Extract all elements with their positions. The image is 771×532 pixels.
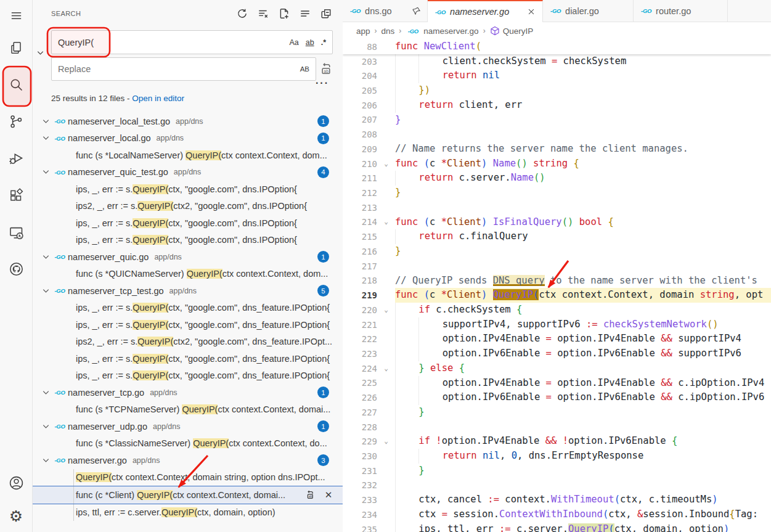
- code-line[interactable]: 205}): [343, 83, 771, 98]
- code-line[interactable]: 228: [343, 420, 771, 435]
- search-result-match-row[interactable]: ips, _, err := s.QueryIP(ctx, "google.co…: [33, 316, 343, 334]
- remote-explorer-icon[interactable]: [2, 215, 30, 250]
- code-line[interactable]: 232: [343, 478, 771, 493]
- pin-icon[interactable]: [411, 6, 421, 16]
- search-result-match-row[interactable]: ips, _, err := s.QueryIP(ctx, "google.co…: [33, 300, 343, 317]
- code-line[interactable]: 208: [343, 127, 771, 142]
- code-line[interactable]: 221supportIPv4, supportIPv6 := checkSyst…: [343, 317, 771, 332]
- search-result-match-row[interactable]: ips, _, err := s.QueryIP(ctx, "google.co…: [33, 215, 343, 232]
- code-line[interactable]: 212}: [343, 186, 771, 200]
- code-line[interactable]: 229⌄if !option.IPv4Enable && !option.IPv…: [343, 434, 771, 449]
- fold-chevron-icon[interactable]: ⌄: [377, 366, 395, 372]
- search-result-match-row[interactable]: ips2, _, err := s.QueryIP(ctx2, "google.…: [33, 334, 343, 351]
- editor-tab-router-go[interactable]: GOrouter.go: [634, 0, 728, 22]
- code-line[interactable]: 231}: [343, 464, 771, 478]
- preserve-case-icon[interactable]: AB: [300, 65, 309, 73]
- whole-word-icon[interactable]: ab: [306, 38, 314, 47]
- chevron-down-icon[interactable]: [41, 167, 52, 177]
- search-result-file-row[interactable]: GOnameserver.goapp/dns3: [33, 452, 343, 469]
- chevron-down-icon[interactable]: [41, 422, 52, 432]
- view-as-list-icon[interactable]: [299, 8, 311, 20]
- collapse-all-icon[interactable]: [320, 8, 332, 20]
- code-line[interactable]: 203client.checkSystem = checkSystem: [343, 54, 771, 69]
- fold-chevron-icon[interactable]: ⌄: [377, 161, 395, 167]
- open-new-search-editor-icon[interactable]: [278, 8, 290, 20]
- settings-gear-icon[interactable]: ⚙: [2, 500, 30, 532]
- code-line[interactable]: 224⌄} else {: [343, 361, 771, 376]
- code-line[interactable]: 227}: [343, 405, 771, 420]
- code-line[interactable]: 225option.IPv4Enable = option.IPv4Enable…: [343, 376, 771, 391]
- menu-icon[interactable]: [2, 0, 30, 31]
- code-line[interactable]: 204return nil: [343, 68, 771, 83]
- code-line[interactable]: 234ctx = session.ContextWithInbound(ctx,…: [343, 507, 771, 522]
- chevron-down-icon[interactable]: [41, 117, 52, 126]
- search-input[interactable]: [52, 38, 289, 47]
- editor-tab-nameserver-go[interactable]: GOnameserver.go: [428, 0, 543, 22]
- search-result-match-row[interactable]: func (s *TCPNameServer) QueryIP(ctx cont…: [33, 401, 343, 419]
- sticky-scroll-line[interactable]: 88func NewClient(: [343, 39, 771, 54]
- editor-tab-dialer-go[interactable]: GOdialer.go: [543, 0, 634, 22]
- code-line[interactable]: 210⌄func (c *Client) Name() string {: [343, 157, 771, 171]
- search-result-match-row[interactable]: func (s *ClassicNameServer) QueryIP(ctx …: [33, 435, 343, 452]
- replace-all-icon[interactable]: ab: [320, 62, 333, 75]
- code-line[interactable]: 219func (c *Client) QueryIP(ctx context.…: [343, 288, 771, 303]
- search-result-file-row[interactable]: GOnameserver_tcp_test.goapp/dns5: [33, 282, 343, 300]
- breadcrumb-item-nameserver-go[interactable]: GOnameserver.go: [406, 27, 478, 36]
- search-result-match-row[interactable]: ips, _, err := s.QueryIP(ctx, "google.co…: [33, 232, 343, 249]
- code-line[interactable]: 222option.IPv4Enable = option.IPv4Enable…: [343, 332, 771, 346]
- search-result-match-row[interactable]: func (s *QUICNameServer) QueryIP(ctx con…: [33, 266, 343, 283]
- breadcrumb-item-dns[interactable]: dns: [381, 27, 395, 36]
- breadcrumb-item-app[interactable]: app: [356, 27, 370, 36]
- extensions-icon[interactable]: [2, 176, 30, 215]
- clear-search-results-icon[interactable]: [257, 8, 269, 20]
- search-result-match-row[interactable]: QueryIP(ctx context.Context, domain stri…: [33, 469, 343, 486]
- search-result-file-row[interactable]: GOnameserver_quic.goapp/dns1: [33, 248, 343, 266]
- source-control-icon[interactable]: [2, 104, 30, 139]
- match-case-icon[interactable]: Aa: [289, 38, 298, 47]
- chevron-down-icon[interactable]: [41, 252, 52, 262]
- code-line[interactable]: 218// QueryIP sends DNS query to the nam…: [343, 274, 771, 289]
- github-icon[interactable]: [2, 250, 30, 287]
- code-line[interactable]: 217: [343, 259, 771, 274]
- chevron-down-icon[interactable]: [41, 133, 52, 143]
- close-icon[interactable]: [526, 7, 536, 17]
- toggle-replace-chevron-icon[interactable]: [36, 48, 46, 58]
- code-line[interactable]: 206return client, err: [343, 98, 771, 113]
- search-result-file-row[interactable]: GOnameserver_udp.goapp/dns1: [33, 418, 343, 435]
- code-line[interactable]: 209// Name returns the server name the c…: [343, 142, 771, 157]
- account-icon[interactable]: [2, 465, 30, 500]
- search-result-file-row[interactable]: GOnameserver_tcp.goapp/dns1: [33, 384, 343, 401]
- fold-chevron-icon[interactable]: ⌄: [377, 307, 395, 313]
- fold-chevron-icon[interactable]: ⌄: [377, 219, 395, 225]
- code-line[interactable]: 211return c.server.Name(): [343, 171, 771, 186]
- chevron-down-icon[interactable]: [41, 286, 52, 296]
- search-result-match-row[interactable]: ips2, _, err := s.QueryIP(ctx2, "google.…: [33, 198, 343, 215]
- refresh-icon[interactable]: [236, 8, 248, 20]
- toggle-search-details-icon[interactable]: ···: [316, 78, 329, 89]
- search-result-file-row[interactable]: GOnameserver_local.goapp/dns1: [33, 130, 343, 147]
- search-result-match-row[interactable]: ips, _, err := s.QueryIP(ctx, "google.co…: [33, 367, 343, 385]
- search-result-match-row[interactable]: ips, _, err := s.QueryIP(ctx, "google.co…: [33, 350, 343, 367]
- dismiss-icon[interactable]: ✕: [323, 489, 334, 501]
- code-line[interactable]: 230return nil, 0, dns.ErrEmptyResponse: [343, 449, 771, 464]
- code-line[interactable]: 214⌄func (c *Client) IsFinalQuery() bool…: [343, 215, 771, 230]
- run-debug-icon[interactable]: [2, 139, 30, 176]
- editor-tab-dns-go[interactable]: GOdns.go: [343, 0, 428, 22]
- search-result-file-row[interactable]: GOnameserver_quic_test.goapp/dns4: [33, 164, 343, 181]
- regex-icon[interactable]: .*: [321, 38, 326, 47]
- search-icon[interactable]: [2, 65, 30, 104]
- code-editor[interactable]: 88func NewClient( 203client.checkSystem …: [343, 39, 771, 532]
- replace-icon[interactable]: ab: [304, 489, 316, 501]
- search-result-match-row[interactable]: ips, ttl, err := c.server.QueryIP(ctx, d…: [33, 504, 343, 522]
- open-in-editor-link[interactable]: Open in editor: [132, 94, 184, 103]
- code-line[interactable]: 233ctx, cancel := context.WithTimeout(ct…: [343, 493, 771, 507]
- code-line[interactable]: 213: [343, 200, 771, 215]
- search-result-match-row-selected[interactable]: func (c *Client) QueryIP(ctx context.Con…: [33, 486, 343, 504]
- search-result-file-row[interactable]: GOnameserver_local_test.goapp/dns1: [33, 113, 343, 130]
- code-line[interactable]: 215return c.finalQuery: [343, 229, 771, 244]
- chevron-down-icon[interactable]: [41, 388, 52, 398]
- code-line[interactable]: 207}: [343, 113, 771, 128]
- breadcrumb-item-QueryIP[interactable]: QueryIP: [490, 26, 534, 36]
- code-line[interactable]: 226option.IPv6Enable = option.IPv6Enable…: [343, 390, 771, 405]
- code-line[interactable]: 235ips, ttl, err := c.server.QueryIP(ctx…: [343, 522, 771, 532]
